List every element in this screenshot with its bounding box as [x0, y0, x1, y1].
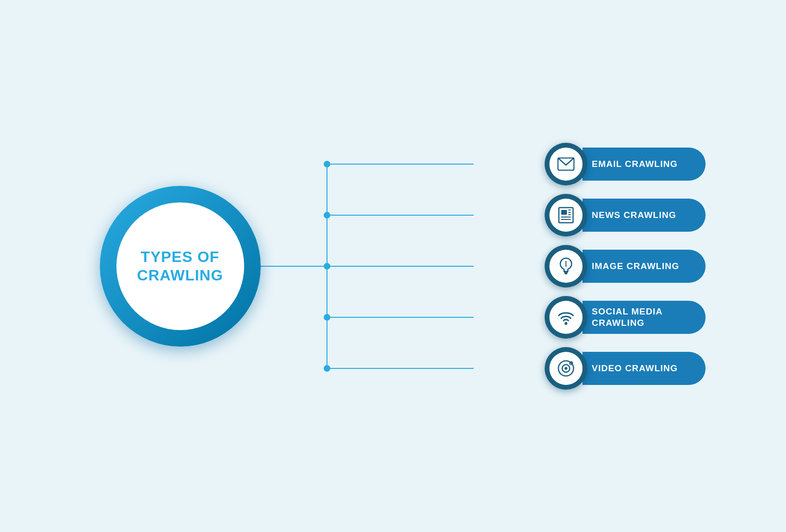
svg-point-10 [324, 314, 330, 321]
center-circle: TYPES OF CRAWLING [100, 186, 261, 347]
svg-point-3 [324, 161, 330, 167]
center-label: TYPES OF CRAWLING [137, 248, 223, 284]
svg-point-12 [324, 365, 330, 372]
center-circle-inner: TYPES OF CRAWLING [116, 202, 244, 330]
diagram-container: TYPES OF CRAWLING EMAIL CRAWLING [62, 30, 724, 503]
svg-point-5 [324, 212, 330, 218]
